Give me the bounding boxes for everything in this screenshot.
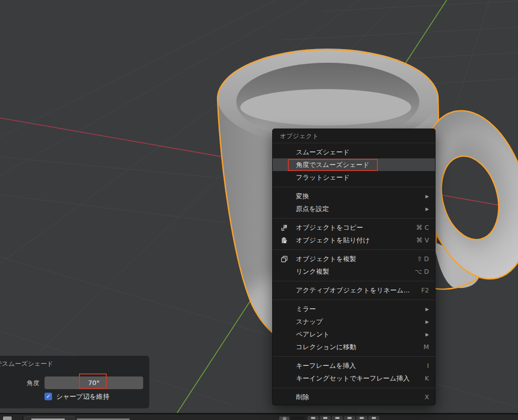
menu-item-shortcut: F2: [416, 286, 429, 294]
menu-item-label: アクティブオブジェクトをリネーム...: [296, 286, 416, 295]
menu-item-label: フラットシェード: [296, 173, 429, 182]
menu-item-shortcut: ⇧ D: [412, 255, 429, 263]
menu-item-label: 原点を設定: [296, 204, 420, 214]
menu-item-label: キーフレームを挿入: [296, 361, 422, 370]
annotation-box-menu-item: [288, 159, 378, 171]
menu-item[interactable]: ペアレント▶: [273, 328, 435, 341]
submenu-arrow-icon: ▶: [420, 332, 429, 337]
menu-item-label: スムーズシェード: [296, 148, 429, 157]
submenu-arrow-icon: ▶: [420, 307, 429, 312]
editor-type-icon[interactable]: [3, 416, 12, 420]
menu-item-label: リンク複製: [296, 267, 410, 276]
menu-item-label: オブジェクトを貼り付け: [296, 236, 411, 245]
menu-text-top: [77, 418, 130, 420]
menu-item[interactable]: オブジェクトを複製⇧ D: [273, 253, 435, 265]
menu-item[interactable]: リンク複製⌥ D: [273, 265, 435, 278]
menu-divider: [273, 143, 435, 143]
context-menu-title: オブジェクト: [273, 129, 435, 143]
mug-inner-surface: [240, 89, 411, 125]
jump-start-button[interactable]: [308, 416, 319, 420]
play-reverse-button[interactable]: [332, 416, 343, 420]
menu-item-shortcut: K: [420, 374, 429, 382]
menu-item-shortcut: ⌘ V: [411, 236, 429, 244]
keep-sharp-edges-checkbox[interactable]: ✓: [45, 393, 52, 400]
menu-item[interactable]: キーイングセットでキーフレーム挿入K: [273, 372, 435, 385]
menu-separator: [273, 353, 435, 359]
submenu-arrow-icon: ▶: [420, 194, 429, 199]
menu-item-label: 削除: [296, 393, 419, 402]
menu-item[interactable]: スナップ▶: [273, 315, 435, 328]
operator-panel-shade-smooth-by-angle[interactable]: 角度でスムーズシェード 角度 70° ✓ シャープ辺を維持: [0, 356, 149, 408]
menu-separator: [273, 385, 435, 391]
menu-item[interactable]: オブジェクトを貼り付け⌘ V: [273, 234, 435, 246]
menu-item-label: ミラー: [296, 305, 420, 314]
menu-item[interactable]: アクティブオブジェクトをリネーム...F2: [273, 284, 435, 297]
menu-separator: [273, 246, 435, 253]
menu-item-shortcut: M: [418, 343, 429, 351]
menu-item[interactable]: 変換▶: [273, 190, 435, 202]
menu-item[interactable]: オブジェクトをコピー⌘ C: [273, 221, 435, 234]
prev-keyframe-button[interactable]: [320, 416, 331, 420]
menu-item[interactable]: キーフレームを挿入I: [273, 359, 435, 372]
menu-item-label: コレクションに移動: [296, 343, 418, 352]
timeline-bar-sliver: [0, 413, 518, 420]
menu-item[interactable]: 削除X: [273, 391, 435, 403]
menu-item-shortcut: I: [422, 362, 429, 369]
menu-item-label: オブジェクトをコピー: [296, 223, 411, 232]
menu-item[interactable]: コレクションに移動M: [273, 341, 435, 353]
divider: [22, 416, 23, 420]
menu-separator: [273, 184, 435, 190]
frame-field[interactable]: [290, 416, 305, 420]
menu-item-label: ペアレント: [296, 330, 420, 339]
menu-separator: [273, 278, 435, 284]
operator-panel-title[interactable]: 角度でスムーズシェード: [0, 360, 54, 368]
blender-window: オブジェクト スムーズシェード角度でスムーズシェードフラットシェード変換▶原点を…: [0, 0, 518, 420]
submenu-arrow-icon: ▶: [420, 319, 429, 324]
menu-item-shortcut: X: [419, 393, 429, 401]
menu-item-shortcut: ⌘ C: [411, 224, 429, 231]
menu-item-shortcut: ⌥ D: [410, 268, 429, 275]
submenu-arrow-icon: ▶: [420, 206, 429, 212]
menu-item[interactable]: フラットシェード: [273, 171, 435, 184]
duplicate-icon: [279, 255, 290, 263]
play-button[interactable]: [344, 416, 355, 420]
paste-icon: [279, 236, 290, 244]
menu-item-label: 変換: [296, 192, 420, 201]
menu-separator: [273, 215, 435, 221]
menu-item[interactable]: スムーズシェード: [273, 146, 435, 158]
sphere-icon[interactable]: [279, 416, 289, 420]
menu-text-top: [31, 418, 65, 420]
annotation-box-angle-value: [79, 373, 107, 389]
menu-item[interactable]: ミラー▶: [273, 303, 435, 315]
menu-item-label: オブジェクトを複製: [296, 255, 412, 264]
angle-label: 角度: [0, 376, 39, 389]
menu-separator: [273, 297, 435, 303]
menu-item[interactable]: 原点を設定▶: [273, 202, 435, 215]
copy-icon: [279, 224, 290, 232]
jump-end-button[interactable]: [368, 416, 379, 420]
next-keyframe-button[interactable]: [356, 416, 367, 420]
menu-item-label: キーイングセットでキーフレーム挿入: [296, 374, 420, 383]
keep-sharp-edges-label: シャープ辺を維持: [56, 392, 109, 401]
menu-item-label: スナップ: [296, 317, 420, 326]
